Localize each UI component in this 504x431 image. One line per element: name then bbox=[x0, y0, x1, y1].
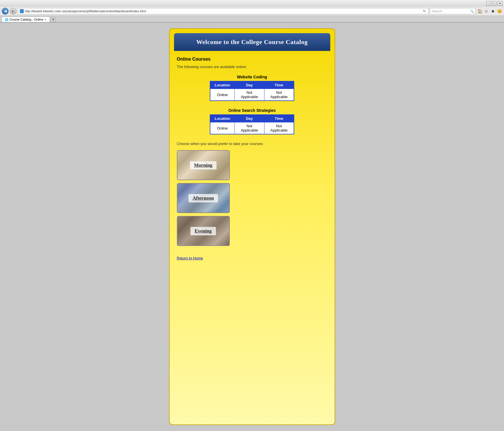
course-section-2: Online Search Strategies Location Day Ti… bbox=[177, 108, 327, 134]
evening-label: Evening bbox=[195, 228, 212, 234]
evening-label-box: Evening bbox=[190, 227, 216, 235]
close-button[interactable]: ✕ bbox=[498, 1, 502, 6]
page-title: Welcome to the College Course Catalog bbox=[180, 38, 325, 46]
bookmark-icon[interactable]: ★ bbox=[490, 8, 496, 14]
tab-bar: 🌐 Course Catalog - Online ✕ + bbox=[0, 16, 504, 22]
course-title-2: Online Search Strategies bbox=[177, 108, 327, 113]
course-section-1: Website Coding Location Day Time Online … bbox=[177, 75, 327, 101]
return-home-link[interactable]: Return to Home bbox=[177, 256, 203, 260]
browser-titlebar: ─ □ ✕ bbox=[0, 0, 504, 7]
course-table-1: Location Day Time Online Not Applicable … bbox=[210, 81, 294, 101]
cell-time-1: Not Applicable bbox=[264, 89, 294, 101]
search-bar[interactable]: Search... 🔍 bbox=[430, 8, 476, 14]
minimize-button[interactable]: ─ bbox=[486, 1, 491, 6]
star-icon[interactable]: ☆ bbox=[483, 8, 489, 14]
tab-close-icon[interactable]: ✕ bbox=[44, 18, 47, 21]
time-options: Morning Afternoon Evening bbox=[177, 150, 327, 246]
browser-chrome: ─ □ ✕ ◀ ▶ 🌐 http://lkwitek.bitweb1.nwtc.… bbox=[0, 0, 504, 23]
table-row: Online Not Applicable Not Applicable bbox=[210, 122, 294, 134]
col-header-location-2: Location bbox=[210, 115, 235, 122]
afternoon-label-box: Afternoon bbox=[188, 194, 218, 202]
cell-day-1: Not Applicable bbox=[235, 89, 264, 101]
maximize-button[interactable]: □ bbox=[492, 1, 497, 6]
intro-text: The following courses are available onli… bbox=[177, 65, 327, 69]
search-placeholder: Search... bbox=[432, 9, 470, 13]
browser-navbar: ◀ ▶ 🌐 http://lkwitek.bitweb1.nwtc.edu/as… bbox=[0, 7, 504, 16]
active-tab[interactable]: 🌐 Course Catalog - Online ✕ bbox=[2, 17, 50, 22]
course-title-1: Website Coding bbox=[177, 75, 327, 79]
forward-button[interactable]: ▶ bbox=[10, 8, 17, 15]
course-table-2: Location Day Time Online Not Applicable … bbox=[210, 114, 294, 134]
col-header-day-1: Day bbox=[235, 81, 264, 89]
cell-location-2: Online bbox=[210, 122, 235, 134]
url-favicon: 🌐 bbox=[20, 9, 24, 13]
url-text: http://lkwitek.bitweb1.nwtc.edu/assignme… bbox=[25, 9, 422, 13]
refresh-icon[interactable]: ↻ bbox=[422, 9, 427, 13]
table-row: Online Not Applicable Not Applicable bbox=[210, 89, 294, 101]
cell-location-1: Online bbox=[210, 89, 235, 101]
section-heading: Online Courses bbox=[177, 57, 327, 62]
col-header-location-1: Location bbox=[210, 81, 235, 89]
url-bar[interactable]: 🌐 http://lkwitek.bitweb1.nwtc.edu/assign… bbox=[18, 8, 429, 14]
cell-day-2: Not Applicable bbox=[235, 122, 264, 134]
afternoon-button[interactable]: Afternoon bbox=[177, 183, 230, 213]
tab-label: Course Catalog - Online bbox=[9, 18, 43, 21]
morning-label: Morning bbox=[194, 162, 212, 168]
search-icon[interactable]: 🔍 bbox=[470, 10, 474, 13]
content-area: Online Courses The following courses are… bbox=[170, 51, 335, 266]
col-header-time-2: Time bbox=[264, 115, 294, 122]
home-icon[interactable]: 🏠 bbox=[477, 8, 483, 14]
page-wrapper: Welcome to the College Course Catalog On… bbox=[0, 23, 504, 431]
browser-nav-icons: 🏠 ☆ ★ 😊 bbox=[477, 8, 502, 14]
evening-button[interactable]: Evening bbox=[177, 216, 230, 246]
user-icon[interactable]: 😊 bbox=[497, 8, 502, 14]
morning-button[interactable]: Morning bbox=[177, 150, 230, 180]
cell-time-2: Not Applicable bbox=[264, 122, 294, 134]
welcome-header: Welcome to the College Course Catalog bbox=[174, 33, 330, 51]
col-header-day-2: Day bbox=[235, 115, 264, 122]
choose-text: Choose when you would prefer to take you… bbox=[177, 142, 327, 146]
tab-favicon: 🌐 bbox=[5, 18, 8, 21]
col-header-time-1: Time bbox=[264, 81, 294, 89]
main-card: Welcome to the College Course Catalog On… bbox=[169, 28, 335, 425]
morning-label-box: Morning bbox=[190, 161, 217, 170]
new-tab-button[interactable]: + bbox=[51, 17, 56, 22]
afternoon-label: Afternoon bbox=[193, 195, 214, 201]
back-button[interactable]: ◀ bbox=[2, 8, 9, 15]
window-controls: ─ □ ✕ bbox=[486, 1, 502, 6]
